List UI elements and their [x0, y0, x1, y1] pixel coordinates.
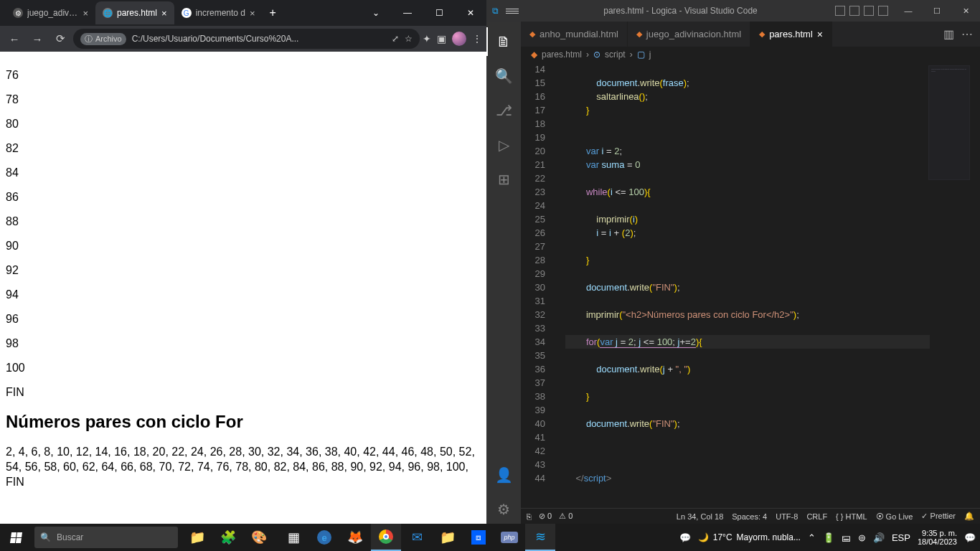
layout-grid-icon[interactable] — [878, 6, 888, 16]
close-tab-icon[interactable]: × — [250, 8, 255, 19]
weather-widget[interactable]: 🌙 17°C Mayorm. nubla... — [698, 532, 801, 542]
chrome-maximize-button[interactable]: ☐ — [423, 0, 455, 26]
code-line[interactable]: imprimir(i) — [565, 212, 930, 226]
code-line[interactable] — [565, 62, 930, 76]
code-line[interactable]: for(var j = 2; j <= 100; j+=2){ — [565, 335, 930, 349]
taskbar-app-icon[interactable]: 🦊 — [340, 524, 370, 551]
code-line[interactable] — [565, 444, 930, 458]
taskbar-app-icon[interactable]: ▦ — [278, 524, 308, 551]
notifications-bell-icon[interactable]: 🔔 — [964, 512, 974, 521]
account-icon[interactable]: 👤 — [486, 461, 521, 489]
code-line[interactable] — [565, 430, 930, 444]
search-icon[interactable]: 🔍 — [486, 62, 521, 90]
eol[interactable]: CRLF — [806, 512, 827, 521]
editor-tab[interactable]: ◆anho_mundial.html — [521, 22, 628, 47]
code-line[interactable] — [565, 199, 930, 212]
side-panel-icon[interactable]: ▣ — [437, 33, 446, 44]
taskbar-search[interactable]: 🔍 Buscar — [34, 527, 178, 548]
profile-avatar[interactable] — [452, 32, 466, 46]
code-line[interactable] — [565, 171, 930, 185]
taskbar-widget-icon[interactable]: 🎨 — [244, 524, 274, 551]
close-tab-icon[interactable]: × — [83, 8, 88, 19]
start-button[interactable] — [0, 524, 32, 551]
encoding[interactable]: UTF-8 — [776, 512, 798, 521]
reload-button[interactable]: ⟳ — [50, 29, 70, 49]
code-line[interactable] — [565, 349, 930, 362]
battery-icon[interactable]: 🔋 — [823, 532, 834, 543]
code-line[interactable]: i = i + (2); — [565, 226, 930, 240]
source-control-icon[interactable]: ⎇ — [486, 96, 521, 125]
code-line[interactable]: saltarlinea(); — [565, 90, 930, 103]
run-debug-icon[interactable]: ▷ — [486, 131, 521, 159]
chrome-menu-icon[interactable]: ⋮ — [472, 33, 482, 44]
code-line[interactable]: document.write("FIN"); — [565, 417, 930, 430]
code-line[interactable]: } — [565, 103, 930, 117]
network-icon[interactable]: ⊚ — [858, 532, 866, 543]
code-line[interactable]: </script> — [565, 471, 930, 485]
language-indicator[interactable]: ESP — [892, 532, 910, 543]
editor-tab[interactable]: ◆pares.html× — [750, 22, 832, 47]
taskbar-app-icon[interactable]: ≋ — [525, 524, 555, 551]
chrome-tab[interactable]: 🌐pares.html× — [95, 1, 174, 24]
code-line[interactable] — [565, 458, 930, 471]
usb-icon[interactable]: 🖴 — [842, 532, 851, 543]
vscode-minimize-button[interactable]: — — [894, 0, 923, 22]
minimap[interactable]: ▬▬ ▬ ▬▬▬ ▬ ▬ ▬▬ ▬ ▬▬▬ ▬▬ ▬ ▬ ▬▬ ▬ ▬▬▬ — [928, 65, 970, 180]
code-line[interactable]: document.write(j + ", ") — [565, 362, 930, 376]
layout-bottom-icon[interactable] — [849, 6, 859, 16]
chrome-tab[interactable]: ⚙juego_adivina× — [6, 1, 95, 24]
explorer-icon[interactable]: 🗎 — [486, 27, 521, 56]
extensions-activity-icon[interactable]: ⊞ — [486, 165, 521, 194]
page-content[interactable]: 767880828486889092949698100 FIN Números … — [0, 52, 486, 524]
code-line[interactable] — [565, 403, 930, 417]
taskbar-app-icon[interactable]: 📁 — [433, 524, 463, 551]
code-line[interactable]: while(i <= 100){ — [565, 185, 930, 199]
chrome-new-tab-button[interactable]: + — [263, 6, 283, 19]
cursor-position[interactable]: Ln 34, Col 18 — [677, 512, 723, 521]
back-button[interactable]: ← — [4, 29, 24, 49]
vscode-close-button[interactable]: ✕ — [951, 0, 980, 22]
more-actions-icon[interactable]: ⋯ — [961, 27, 973, 41]
address-bar[interactable]: ⓘ Archivo C:/Users/Usuario/Documents/Cur… — [73, 29, 420, 49]
code-line[interactable] — [565, 376, 930, 390]
action-center-icon[interactable]: 💬 — [964, 532, 976, 543]
extensions-icon[interactable]: ✦ — [423, 33, 431, 44]
code-line[interactable] — [565, 131, 930, 144]
settings-gear-icon[interactable]: ⚙ — [486, 495, 521, 524]
taskbar-app-icon[interactable]: ✉ — [402, 524, 432, 551]
code-line[interactable] — [565, 267, 930, 281]
code-line[interactable]: } — [565, 253, 930, 267]
taskbar-app-icon[interactable] — [371, 524, 401, 551]
errors-count[interactable]: ⊘ 0 — [539, 512, 552, 521]
code-line[interactable] — [565, 321, 930, 335]
site-info-chip[interactable]: ⓘ Archivo — [80, 33, 126, 45]
code-editor[interactable]: 1415161718192021222324252627282930313233… — [521, 62, 980, 508]
warnings-count[interactable]: ⚠ 0 — [559, 512, 573, 521]
go-live-button[interactable]: ⦿ Go Live — [876, 512, 913, 521]
code-line[interactable] — [565, 240, 930, 253]
taskbar-app-icon[interactable]: e — [309, 524, 339, 551]
taskbar-widget-icon[interactable]: 🧩 — [213, 524, 243, 551]
taskbar-app-icon[interactable]: ⧈ — [463, 524, 494, 551]
language-mode[interactable]: { } HTML — [836, 512, 867, 521]
clock[interactable]: 9:35 p. m. 18/04/2023 — [918, 529, 957, 546]
code-line[interactable] — [565, 117, 930, 131]
chrome-dropdown-icon[interactable]: ⌄ — [360, 0, 392, 26]
taskbar-app-icon[interactable]: php — [494, 524, 524, 551]
vscode-maximize-button[interactable]: ☐ — [923, 0, 951, 22]
close-tab-icon[interactable]: × — [817, 29, 823, 40]
chrome-minimize-button[interactable]: — — [392, 0, 423, 26]
code-line[interactable]: document.write("FIN"); — [565, 281, 930, 294]
prettier-status[interactable]: ✓ Prettier — [921, 512, 956, 521]
code-line[interactable] — [565, 294, 930, 308]
translate-icon[interactable]: ⤢ — [392, 34, 399, 44]
breadcrumb[interactable]: ◆ pares.html › ⊙ script › ▢ j — [521, 47, 980, 62]
tray-overflow-icon[interactable]: ⌃ — [808, 532, 816, 543]
vscode-hamburger-menu[interactable] — [506, 9, 519, 14]
editor-tab[interactable]: ◆juego_adivinacion.html — [628, 22, 750, 47]
chrome-tab[interactable]: Gincremento d× — [174, 1, 263, 24]
bookmark-star-icon[interactable]: ☆ — [405, 34, 413, 44]
layout-right-icon[interactable] — [864, 6, 874, 16]
volume-icon[interactable]: 🔊 — [873, 532, 885, 543]
forward-button[interactable]: → — [27, 29, 47, 49]
